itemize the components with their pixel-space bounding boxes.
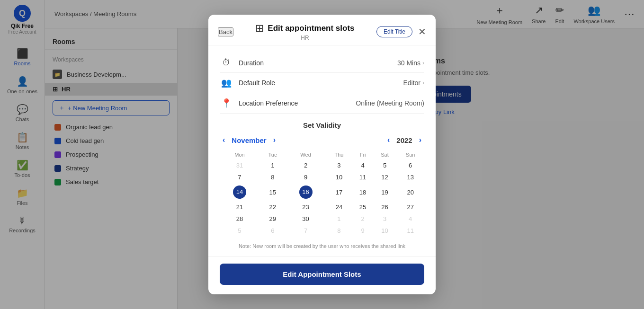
calendar-day[interactable]: 21 [220, 201, 259, 213]
calendar-day[interactable]: 14 [220, 183, 259, 201]
calendar-day[interactable]: 3 [373, 213, 397, 225]
day-header-mon: Mon [220, 150, 259, 159]
modal-header-actions: Edit Title ✕ [376, 26, 426, 37]
next-month-button[interactable]: › [270, 135, 278, 145]
location-row: 📍 Location Preference Online (Meeting Ro… [220, 93, 424, 114]
modal-title: Edit appointment slots [268, 24, 354, 33]
day-header-thu: Thu [326, 150, 353, 159]
calendar-day[interactable]: 10 [373, 225, 397, 237]
calendar-day[interactable]: 2 [286, 159, 326, 171]
year-label: 2022 [396, 136, 412, 144]
calendar-day[interactable]: 11 [396, 225, 424, 237]
calendar-title: Set Validity [220, 121, 424, 129]
duration-row: ⏱ Duration 30 Mins › [220, 53, 424, 73]
day-header-sat: Sat [373, 150, 397, 159]
modal-body: ⏱ Duration 30 Mins › 👥 Default Role Edit… [208, 45, 436, 256]
duration-label: Duration [239, 59, 392, 67]
calendar-day[interactable]: 30 [286, 213, 326, 225]
default-role-icon: 👥 [220, 78, 233, 88]
calendar-day[interactable]: 5 [220, 225, 259, 237]
duration-icon: ⏱ [220, 58, 233, 68]
default-role-arrow: › [422, 79, 424, 86]
calendar-day[interactable]: 16 [286, 183, 326, 201]
day-header-tue: Tue [259, 150, 286, 159]
edit-appointment-slots-modal: Back ⊞ Edit appointment slots HR Edit Ti… [208, 15, 436, 294]
calendar-day[interactable]: 7 [286, 225, 326, 237]
duration-value[interactable]: 30 Mins › [397, 59, 424, 67]
month-nav: ‹ November › [220, 135, 278, 145]
month-label: November [232, 136, 266, 144]
default-role-row: 👥 Default Role Editor › [220, 73, 424, 93]
calendar-week-0: 31123456 [220, 159, 424, 171]
calendar-nav: ‹ November › ‹ 2022 › [220, 135, 424, 145]
location-label: Location Preference [239, 99, 350, 107]
location-value[interactable]: Online (Meeting Room) [356, 99, 424, 107]
edit-appointment-slots-button[interactable]: Edit Appointment Slots [220, 264, 424, 285]
next-year-button[interactable]: › [416, 135, 424, 145]
calendar-day[interactable]: 25 [352, 201, 373, 213]
calendar-day[interactable]: 31 [220, 159, 259, 171]
calendar-grid: Mon Tue Wed Thu Fri Sat Sun 311234567891… [220, 150, 424, 237]
calendar-day[interactable]: 17 [326, 183, 353, 201]
day-header-wed: Wed [286, 150, 326, 159]
calendar-week-5: 567891011 [220, 225, 424, 237]
calendar-day[interactable]: 1 [326, 213, 353, 225]
calendar-day[interactable]: 26 [373, 201, 397, 213]
calendar-day[interactable]: 1 [259, 159, 286, 171]
calendar-day[interactable]: 22 [259, 201, 286, 213]
calendar-week-1: 78910111213 [220, 171, 424, 183]
calendar-day[interactable]: 6 [396, 159, 424, 171]
prev-month-button[interactable]: ‹ [220, 135, 228, 145]
calendar-note: Note: New room will be created by the us… [220, 243, 424, 249]
default-role-value[interactable]: Editor › [403, 79, 424, 87]
day-header-fri: Fri [352, 150, 373, 159]
duration-arrow: › [422, 60, 424, 66]
year-nav: ‹ 2022 › [385, 135, 424, 145]
calendar-day[interactable]: 15 [259, 183, 286, 201]
calendar-day[interactable]: 9 [286, 171, 326, 183]
calendar-week-3: 21222324252627 [220, 201, 424, 213]
calendar-day[interactable]: 29 [259, 213, 286, 225]
calendar-day[interactable]: 20 [396, 183, 424, 201]
calendar-week-2: 14151617181920 [220, 183, 424, 201]
day-header-sun: Sun [396, 150, 424, 159]
appointment-slots-icon: ⊞ [255, 22, 264, 35]
calendar-day[interactable]: 13 [396, 171, 424, 183]
calendar-day[interactable]: 5 [373, 159, 397, 171]
back-button[interactable]: Back [218, 27, 233, 36]
calendar-week-4: 2829301234 [220, 213, 424, 225]
modal-footer: Edit Appointment Slots [208, 256, 436, 294]
calendar-day[interactable]: 10 [326, 171, 353, 183]
calendar-day[interactable]: 8 [259, 171, 286, 183]
calendar-day[interactable]: 18 [352, 183, 373, 201]
modal-overlay: Back ⊞ Edit appointment slots HR Edit Ti… [0, 0, 644, 309]
calendar-day[interactable]: 11 [352, 171, 373, 183]
calendar-day[interactable]: 3 [326, 159, 353, 171]
edit-title-button[interactable]: Edit Title [376, 26, 412, 37]
calendar-day[interactable]: 7 [220, 171, 259, 183]
calendar-day[interactable]: 23 [286, 201, 326, 213]
calendar-day[interactable]: 2 [352, 213, 373, 225]
calendar-day[interactable]: 27 [396, 201, 424, 213]
modal-subtitle: HR [301, 35, 309, 41]
calendar-day[interactable]: 28 [220, 213, 259, 225]
prev-year-button[interactable]: ‹ [385, 135, 393, 145]
calendar-day[interactable]: 4 [396, 213, 424, 225]
modal-header: Back ⊞ Edit appointment slots HR Edit Ti… [208, 15, 436, 45]
location-icon: 📍 [220, 98, 233, 108]
calendar-day[interactable]: 19 [373, 183, 397, 201]
calendar-day[interactable]: 9 [352, 225, 373, 237]
calendar-day[interactable]: 4 [352, 159, 373, 171]
calendar-days-header: Mon Tue Wed Thu Fri Sat Sun [220, 150, 424, 159]
calendar-day[interactable]: 24 [326, 201, 353, 213]
calendar-day[interactable]: 8 [326, 225, 353, 237]
default-role-label: Default Role [239, 79, 397, 87]
calendar-section: Set Validity ‹ November › ‹ 2022 › [220, 121, 424, 249]
close-modal-button[interactable]: ✕ [418, 26, 426, 37]
calendar-day[interactable]: 6 [259, 225, 286, 237]
calendar-day[interactable]: 12 [373, 171, 397, 183]
